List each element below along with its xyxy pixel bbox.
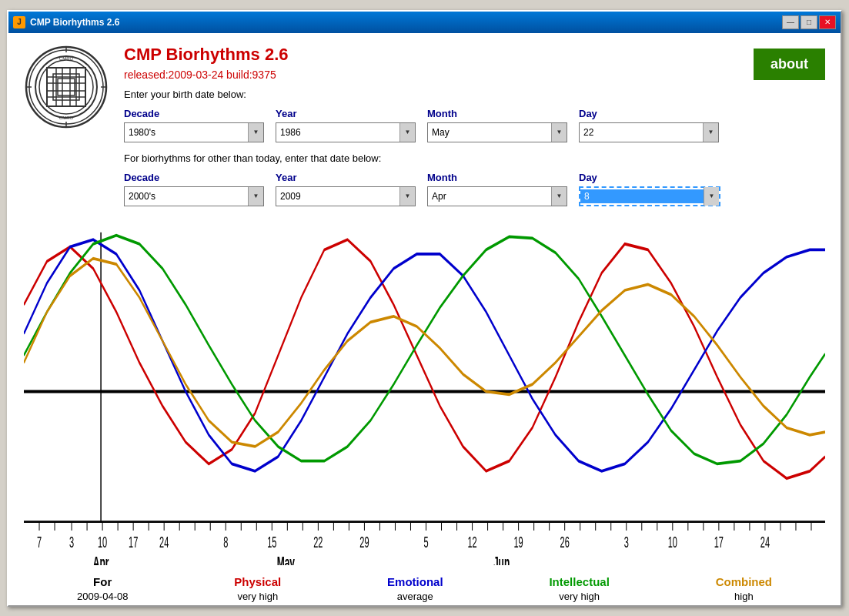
birth-month-dropdown[interactable]: ▼ [551, 123, 567, 142]
svg-text:26: 26 [560, 533, 570, 551]
svg-text:3: 3 [69, 533, 74, 551]
birth-month-select[interactable]: ▼ [427, 122, 567, 142]
birth-decade-input[interactable] [125, 126, 248, 139]
svg-text:CMRO: CMRO [59, 116, 74, 120]
other-day-select[interactable]: ▼ [579, 186, 720, 206]
other-day-label: Day [579, 172, 720, 183]
other-day-col: Day ▼ [579, 172, 720, 206]
other-year-dropdown[interactable]: ▼ [399, 187, 415, 206]
legend-area: For 2009-04-08 Physical very high Emotio… [8, 569, 841, 605]
about-button[interactable]: about [754, 49, 825, 80]
for-label: For [93, 575, 112, 588]
main-window: J CMP Biorhythms 2.6 — □ ✕ [7, 10, 842, 607]
svg-text:8: 8 [223, 533, 228, 551]
svg-text:10: 10 [668, 533, 677, 551]
svg-text:24: 24 [159, 533, 169, 551]
birth-day-col: Day ▼ [579, 108, 719, 142]
header-controls: CMP Biorhythms 2.6 released:2009-03-24 b… [124, 45, 738, 206]
window-controls: — □ ✕ [782, 15, 836, 29]
svg-text:10: 10 [98, 533, 107, 551]
svg-text:17: 17 [714, 533, 724, 551]
other-date-row: Decade ▼ Year ▼ Month [124, 172, 738, 206]
other-month-select[interactable]: ▼ [427, 186, 567, 206]
legend-combined: Combined high [716, 575, 772, 602]
birth-month-label: Month [427, 108, 567, 119]
other-month-input[interactable] [428, 189, 551, 203]
svg-text:24: 24 [760, 533, 770, 551]
combined-value: high [734, 591, 754, 602]
legend-emotional: Emotional average [387, 575, 443, 602]
legend-physical: Physical very high [234, 575, 281, 602]
other-year-label: Year [276, 172, 416, 183]
svg-text:17: 17 [129, 533, 138, 551]
other-decade-select[interactable]: ▼ [124, 186, 264, 206]
birth-date-label: Enter your birth date below: [124, 89, 738, 100]
intellectual-label: Intellectual [549, 575, 609, 588]
birth-day-select[interactable]: ▼ [579, 122, 719, 142]
physical-value: very high [237, 591, 278, 602]
biorhythm-chart: 7 3 10 17 24 8 15 22 29 5 12 19 26 3 10 … [24, 218, 825, 565]
birth-date-row: Decade ▼ Year ▼ Month [124, 108, 738, 142]
emotional-label: Emotional [387, 575, 443, 588]
birth-month-input[interactable] [428, 126, 551, 139]
maximize-button[interactable]: □ [801, 15, 817, 29]
svg-text:15: 15 [267, 533, 276, 551]
svg-text:CMRO: CMRO [59, 56, 74, 61]
window-title: CMP Biorhythms 2.6 [30, 17, 777, 28]
physical-label: Physical [234, 575, 281, 588]
other-day-input[interactable] [580, 189, 704, 203]
svg-text:12: 12 [467, 533, 476, 551]
top-section: CMRO CMRO CMP Biorhythms 2.6 released:20… [8, 33, 841, 214]
minimize-button[interactable]: — [782, 15, 799, 29]
emotional-value: average [397, 591, 433, 602]
other-year-col: Year ▼ [276, 172, 416, 206]
birth-year-label: Year [276, 108, 416, 119]
svg-text:Apr: Apr [93, 552, 109, 564]
birth-year-col: Year ▼ [276, 108, 416, 142]
other-day-dropdown[interactable]: ▼ [704, 187, 719, 206]
other-month-col: Month ▼ [427, 172, 567, 206]
for-value: 2009-04-08 [77, 591, 129, 602]
other-decade-col: Decade ▼ [124, 172, 264, 206]
app-logo: CMRO CMRO [24, 45, 109, 129]
chart-area: 7 3 10 17 24 8 15 22 29 5 12 19 26 3 10 … [24, 218, 825, 565]
other-decade-dropdown[interactable]: ▼ [248, 187, 263, 206]
svg-text:May: May [277, 552, 295, 564]
birth-year-dropdown[interactable]: ▼ [399, 123, 415, 142]
about-section: about [754, 45, 825, 80]
svg-text:29: 29 [359, 533, 369, 551]
titlebar: J CMP Biorhythms 2.6 — □ ✕ [8, 12, 841, 33]
other-decade-input[interactable] [125, 189, 248, 203]
app-title: CMP Biorhythms 2.6 [124, 45, 738, 65]
legend-intellectual: Intellectual very high [549, 575, 609, 602]
birth-decade-select[interactable]: ▼ [124, 122, 264, 142]
close-button[interactable]: ✕ [819, 15, 836, 29]
birth-year-input[interactable] [276, 126, 399, 139]
birth-year-select[interactable]: ▼ [276, 122, 416, 142]
other-decade-label: Decade [124, 172, 264, 183]
intellectual-value: very high [559, 591, 600, 602]
birth-decade-dropdown[interactable]: ▼ [248, 123, 263, 142]
legend-for: For 2009-04-08 [77, 575, 129, 602]
svg-text:Jun: Jun [493, 552, 510, 564]
other-year-input[interactable] [276, 189, 399, 203]
svg-text:5: 5 [423, 533, 428, 551]
svg-text:7: 7 [37, 533, 42, 551]
other-year-select[interactable]: ▼ [276, 186, 416, 206]
app-subtitle: released:2009-03-24 build:9375 [124, 69, 738, 81]
birth-day-input[interactable] [580, 126, 703, 139]
main-content: CMRO CMRO CMP Biorhythms 2.6 released:20… [8, 33, 841, 605]
svg-point-2 [35, 56, 97, 118]
svg-text:19: 19 [513, 533, 523, 551]
other-date-label: For biorhythms for other than today, ent… [124, 152, 738, 164]
birth-month-col: Month ▼ [427, 108, 567, 142]
combined-label: Combined [716, 575, 772, 588]
app-icon: J [13, 16, 25, 28]
birth-day-dropdown[interactable]: ▼ [703, 123, 718, 142]
birth-decade-col: Decade ▼ [124, 108, 264, 142]
svg-text:3: 3 [624, 533, 629, 551]
other-month-dropdown[interactable]: ▼ [551, 187, 567, 206]
birth-day-label: Day [579, 108, 719, 119]
other-month-label: Month [427, 172, 567, 183]
birth-decade-label: Decade [124, 108, 264, 119]
